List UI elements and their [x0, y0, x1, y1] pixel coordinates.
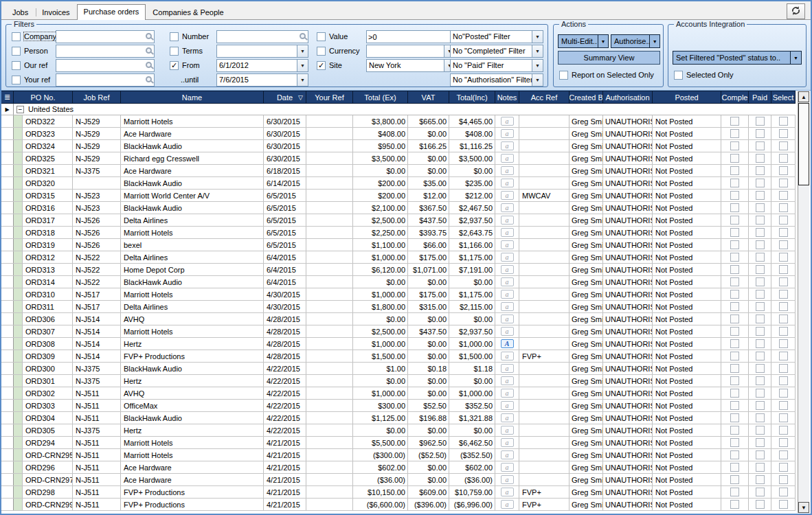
note-icon[interactable]: a: [501, 129, 514, 138]
select-checkbox[interactable]: [779, 117, 788, 126]
currency-checkbox[interactable]: [317, 47, 326, 56]
select-checkbox[interactable]: [779, 327, 788, 336]
complete-checkbox[interactable]: [730, 463, 739, 472]
complete-checkbox[interactable]: [730, 154, 739, 163]
paid-checkbox[interactable]: [756, 129, 765, 138]
row-selector[interactable]: [1, 214, 14, 226]
col-header-date[interactable]: Date▽: [264, 91, 306, 103]
col-header-po[interactable]: PO No.: [14, 91, 73, 103]
scroll-up-button[interactable]: ▲: [798, 91, 809, 102]
row-selector[interactable]: [1, 239, 14, 251]
refresh-button[interactable]: [787, 3, 805, 19]
complete-checkbox[interactable]: [730, 277, 739, 286]
table-row[interactable]: ORD323N-J529Ace Hardware6/30/2015$408.00…: [1, 128, 796, 140]
complete-checkbox[interactable]: [730, 450, 739, 459]
note-icon[interactable]: a: [501, 475, 514, 484]
table-row[interactable]: ORD319N-J526bexel6/5/2015$1,100.00$66.00…: [1, 239, 796, 251]
table-row[interactable]: ORD-CRN297N-J511Ace Hardware4/21/2015($3…: [1, 474, 796, 486]
company-input[interactable]: [58, 32, 142, 42]
note-icon[interactable]: a: [501, 191, 514, 200]
complete-checkbox[interactable]: [730, 438, 739, 447]
table-row[interactable]: ORD312N-J522Delta Airlines6/4/2015$1,000…: [1, 251, 796, 264]
select-checkbox[interactable]: [779, 191, 788, 200]
note-icon[interactable]: a: [501, 117, 514, 126]
table-row[interactable]: ORD306N-J514AVHQ4/28/2015$0.00$0.00$0.00…: [1, 313, 796, 325]
our-ref-input[interactable]: [58, 60, 142, 71]
paid-checkbox[interactable]: [756, 203, 765, 212]
note-icon[interactable]: a: [501, 265, 514, 274]
paid-checkbox[interactable]: [756, 290, 765, 299]
paid-checkbox[interactable]: [756, 327, 765, 336]
paid-checkbox[interactable]: [756, 488, 765, 496]
complete-checkbox[interactable]: [730, 314, 739, 323]
note-icon[interactable]: a: [501, 389, 514, 398]
row-selector[interactable]: [1, 288, 14, 300]
col-header-selector[interactable]: ≣: [1, 91, 14, 103]
paid-filter-dropdown[interactable]: No "Paid" Filter ▼: [450, 59, 543, 72]
note-icon[interactable]: a: [501, 413, 514, 422]
col-header-vat[interactable]: VAT: [408, 91, 449, 103]
chevron-down-icon[interactable]: ▼: [532, 45, 543, 57]
col-header-job[interactable]: Job Ref: [73, 91, 121, 103]
scroll-down-button[interactable]: ▼: [798, 502, 809, 513]
select-checkbox[interactable]: [779, 475, 788, 484]
complete-checkbox[interactable]: [730, 401, 739, 410]
row-selector[interactable]: [1, 140, 14, 152]
row-selector[interactable]: [1, 301, 14, 312]
selected-only-checkbox[interactable]: [674, 71, 683, 80]
note-icon[interactable]: a: [501, 141, 514, 150]
table-row[interactable]: ORD309N-J514FVP+ Productions4/28/2015$1,…: [1, 350, 796, 363]
until-date-dropdown[interactable]: 7/6/2015 ▼: [216, 73, 308, 87]
row-selector[interactable]: [1, 276, 14, 288]
row-selector[interactable]: [1, 227, 14, 238]
search-icon[interactable]: [146, 33, 152, 39]
your-ref-input[interactable]: [58, 75, 142, 85]
row-selector[interactable]: [1, 202, 14, 214]
complete-checkbox[interactable]: [730, 203, 739, 212]
paid-checkbox[interactable]: [756, 216, 765, 225]
table-row[interactable]: ORD298N-J511FVP+ Productions4/21/2015$10…: [1, 486, 796, 499]
select-checkbox[interactable]: [779, 339, 788, 348]
complete-checkbox[interactable]: [730, 191, 739, 200]
site-dropdown[interactable]: New York ▼: [366, 59, 455, 72]
select-checkbox[interactable]: [779, 216, 788, 225]
complete-checkbox[interactable]: [730, 364, 739, 373]
complete-checkbox[interactable]: [730, 339, 739, 348]
paid-checkbox[interactable]: [756, 141, 765, 150]
select-checkbox[interactable]: [779, 228, 788, 237]
complete-checkbox[interactable]: [730, 253, 739, 262]
group-row[interactable]: ▶ − United States: [1, 104, 796, 115]
authorisation-filter-dropdown[interactable]: No "Authorisation" Filter ▼: [450, 73, 543, 87]
note-icon[interactable]: a: [501, 166, 514, 175]
row-selector[interactable]: [1, 449, 14, 461]
chevron-down-icon[interactable]: ▼: [532, 31, 543, 43]
select-checkbox[interactable]: [779, 141, 788, 150]
table-row[interactable]: ORD302N-J511AVHQ4/22/2015$1,000.00$0.00$…: [1, 387, 796, 400]
select-checkbox[interactable]: [779, 500, 788, 509]
terms-dropdown[interactable]: ▼: [216, 45, 308, 58]
table-row[interactable]: ORD296N-J511Ace Hardware4/21/2015$602.00…: [1, 461, 796, 474]
note-icon[interactable]: a: [501, 401, 514, 410]
row-selector[interactable]: [1, 115, 14, 127]
row-selector[interactable]: [1, 424, 14, 436]
tab-invoices[interactable]: Invoices: [35, 5, 76, 19]
paid-checkbox[interactable]: [756, 154, 765, 163]
from-checkbox[interactable]: ✓: [170, 61, 179, 70]
note-icon[interactable]: a: [501, 290, 514, 299]
collapse-group-button[interactable]: −: [16, 106, 24, 113]
select-checkbox[interactable]: [779, 203, 788, 212]
paid-checkbox[interactable]: [756, 240, 765, 249]
row-selector[interactable]: [1, 325, 14, 337]
paid-checkbox[interactable]: [756, 450, 765, 459]
paid-checkbox[interactable]: [756, 179, 765, 187]
paid-checkbox[interactable]: [756, 253, 765, 262]
select-checkbox[interactable]: [779, 488, 788, 496]
complete-checkbox[interactable]: [730, 488, 739, 496]
select-checkbox[interactable]: [779, 463, 788, 472]
col-header-total_ex[interactable]: Total (Ex): [353, 91, 408, 103]
complete-checkbox[interactable]: [730, 216, 739, 225]
row-selector[interactable]: [1, 264, 14, 275]
row-selector[interactable]: [1, 461, 14, 473]
select-checkbox[interactable]: [779, 352, 788, 360]
paid-checkbox[interactable]: [756, 302, 765, 311]
